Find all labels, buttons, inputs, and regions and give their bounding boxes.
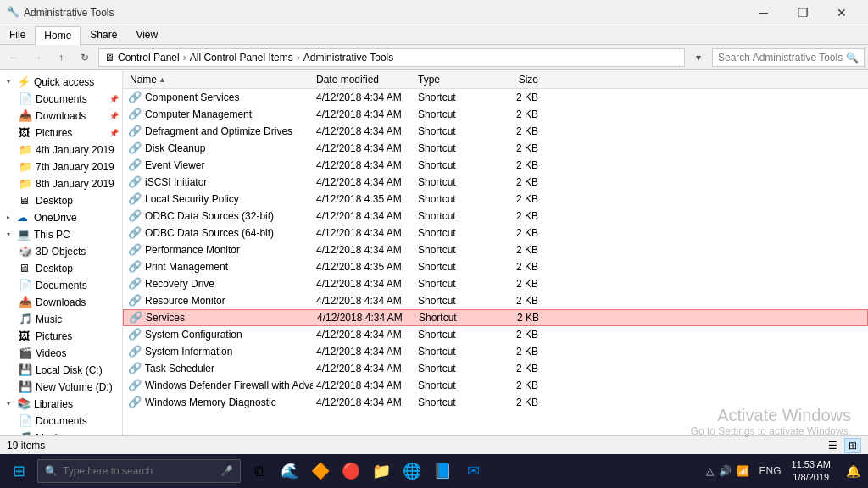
taskbar-search[interactable]: 🔍 🎤 xyxy=(37,459,241,483)
table-row[interactable]: 🔗 Local Security Policy 4/12/2018 4:35 A… xyxy=(123,191,868,208)
start-button[interactable]: ⊞ xyxy=(3,456,34,486)
tab-home[interactable]: Home xyxy=(35,26,81,45)
col-header-date[interactable]: Date modified xyxy=(313,74,415,86)
table-row[interactable]: 🔗 Event Viewer 4/12/2018 4:34 AM Shortcu… xyxy=(123,157,868,174)
sidebar-item-3d-objects[interactable]: 🎲 3D Objects xyxy=(0,243,122,260)
table-row[interactable]: 🔗 Windows Memory Diagnostic 4/12/2018 4:… xyxy=(123,394,868,411)
address-bar: ← → ↑ ↻ 🖥 Control Panel › All Control Pa… xyxy=(0,45,868,70)
table-row[interactable]: 🔗 Component Services 4/12/2018 4:34 AM S… xyxy=(123,89,868,106)
table-row[interactable]: 🔗 Defragment and Optimize Drives 4/12/20… xyxy=(123,123,868,140)
sidebar-item-downloads-qa[interactable]: 📥 Downloads 📌 xyxy=(0,108,122,125)
close-button[interactable]: ✕ xyxy=(822,0,861,25)
sidebar-item-music-lib[interactable]: 🎵 Music xyxy=(0,430,122,435)
word-btn[interactable]: 📘 xyxy=(427,456,458,486)
file-icon: 🔗 xyxy=(128,91,142,104)
up-button[interactable]: ↑ xyxy=(51,47,71,68)
expand-libraries[interactable]: ▾ xyxy=(7,400,15,408)
back-button[interactable]: ← xyxy=(3,47,24,68)
table-row[interactable]: 🔗 System Configuration 4/12/2018 4:34 AM… xyxy=(123,326,868,343)
clock[interactable]: 11:53 AM 1/8/2019 xyxy=(785,458,837,485)
lang-indicator[interactable]: ENG xyxy=(760,465,782,477)
file-date-cell: 4/12/2018 4:34 AM xyxy=(313,176,415,188)
col-header-type[interactable]: Type xyxy=(415,74,491,86)
expand-quick-access[interactable]: ▾ xyxy=(7,78,15,86)
file-size-cell: 2 KB xyxy=(491,142,542,154)
table-row[interactable]: 🔗 Recovery Drive 4/12/2018 4:34 AM Short… xyxy=(123,275,868,292)
maximize-button[interactable]: ❐ xyxy=(783,0,822,25)
sidebar-item-pictures-qa[interactable]: 🖼 Pictures 📌 xyxy=(0,125,122,141)
sidebar-item-7th-jan[interactable]: 📁 7th January 2019 xyxy=(0,158,122,175)
sidebar-item-videos[interactable]: 🎬 Videos xyxy=(0,345,122,362)
minimize-button[interactable]: ─ xyxy=(744,0,783,25)
sidebar-item-8th-jan[interactable]: 📁 8th January 2019 xyxy=(0,175,122,192)
table-row[interactable]: 🔗 Performance Monitor 4/12/2018 4:34 AM … xyxy=(123,241,868,258)
taskbar-search-input[interactable] xyxy=(63,465,217,477)
sidebar-item-documents-qa[interactable]: 📄 Documents 📌 xyxy=(0,91,122,108)
ribbon-tabs: File Home Share View xyxy=(0,25,868,44)
sidebar-item-quick-access[interactable]: ▾ ⚡ Quick access xyxy=(0,74,122,91)
file-name-cell: 🔗 Local Security Policy xyxy=(126,192,313,206)
tab-share[interactable]: Share xyxy=(81,25,126,44)
folder-btn[interactable]: 📁 xyxy=(366,456,397,486)
tab-view[interactable]: View xyxy=(126,25,167,44)
mail-btn[interactable]: ✉ xyxy=(458,456,488,486)
file-type-cell: Shortcut xyxy=(415,396,491,408)
sidebar-item-4th-jan[interactable]: 📁 4th January 2019 xyxy=(0,141,122,158)
network-icon[interactable]: 📶 xyxy=(737,465,749,477)
breadcrumb-dropdown[interactable]: ▾ xyxy=(688,47,709,68)
notification-button[interactable]: 🔔 xyxy=(841,456,865,486)
file-name-cell: 🔗 Event Viewer xyxy=(126,158,313,172)
file-size-cell: 2 KB xyxy=(491,108,542,120)
edge-btn[interactable]: 🌊 xyxy=(275,456,305,486)
breadcrumb[interactable]: 🖥 Control Panel › All Control Panel Item… xyxy=(98,48,685,67)
table-row[interactable]: 🔗 System Information 4/12/2018 4:34 AM S… xyxy=(123,343,868,360)
file-icon: 🔗 xyxy=(128,362,142,375)
file-size-cell: 2 KB xyxy=(491,244,542,256)
task-view-btn[interactable]: ⧉ xyxy=(244,456,275,486)
file-date-cell: 4/12/2018 4:34 AM xyxy=(313,278,415,290)
sidebar-item-new-volume[interactable]: 💾 New Volume (D:) xyxy=(0,379,122,396)
microphone-icon[interactable]: 🎤 xyxy=(220,465,233,477)
tab-file[interactable]: File xyxy=(0,25,35,44)
sidebar-item-documents-lib[interactable]: 📄 Documents xyxy=(0,413,122,430)
app-btn[interactable]: 🔴 xyxy=(336,456,366,486)
table-row[interactable]: 🔗 Computer Management 4/12/2018 4:34 AM … xyxy=(123,106,868,123)
vlc-btn[interactable]: 🔶 xyxy=(305,456,336,486)
sidebar-item-desktop-qa[interactable]: 🖥 Desktop xyxy=(0,192,122,209)
table-row[interactable]: 🔗 Resource Monitor 4/12/2018 4:34 AM Sho… xyxy=(123,292,868,309)
sidebar-item-libraries[interactable]: ▾ 📚 Libraries xyxy=(0,396,122,413)
expand-onedrive[interactable]: ▸ xyxy=(7,214,15,222)
sidebar-item-desktop-pc[interactable]: 🖥 Desktop xyxy=(0,260,122,277)
table-row[interactable]: 🔗 Windows Defender Firewall with Advanc.… xyxy=(123,377,868,394)
forward-button[interactable]: → xyxy=(27,47,47,68)
chrome-btn[interactable]: 🌐 xyxy=(397,456,427,486)
details-view-btn[interactable]: ☰ xyxy=(824,438,841,453)
large-icons-view-btn[interactable]: ⊞ xyxy=(844,438,861,453)
table-row[interactable]: 🔗 Disk Cleanup 4/12/2018 4:34 AM Shortcu… xyxy=(123,140,868,157)
file-icon: 🔗 xyxy=(128,192,142,206)
tray-arrow-icon[interactable]: △ xyxy=(706,465,714,477)
sidebar-item-downloads-pc[interactable]: 📥 Downloads xyxy=(0,294,122,311)
sidebar-item-local-disk[interactable]: 💾 Local Disk (C:) xyxy=(0,362,122,379)
table-row[interactable]: 🔗 Services 4/12/2018 4:34 AM Shortcut 2 … xyxy=(123,309,868,326)
search-box[interactable]: 🔍 xyxy=(712,48,865,67)
volume-icon[interactable]: 🔊 xyxy=(719,465,732,477)
file-size-cell: 2 KB xyxy=(491,380,542,391)
file-size-cell: 2 KB xyxy=(491,346,542,358)
table-row[interactable]: 🔗 ODBC Data Sources (64-bit) 4/12/2018 4… xyxy=(123,225,868,241)
table-row[interactable]: 🔗 Print Management 4/12/2018 4:35 AM Sho… xyxy=(123,258,868,275)
sidebar-item-documents-pc[interactable]: 📄 Documents xyxy=(0,277,122,294)
table-row[interactable]: 🔗 ODBC Data Sources (32-bit) 4/12/2018 4… xyxy=(123,208,868,225)
table-row[interactable]: 🔗 Task Scheduler 4/12/2018 4:34 AM Short… xyxy=(123,360,868,377)
sidebar-item-this-pc[interactable]: ▾ 💻 This PC xyxy=(0,226,122,243)
sidebar-item-pictures-pc[interactable]: 🖼 Pictures xyxy=(0,328,122,345)
sidebar-item-music[interactable]: 🎵 Music xyxy=(0,311,122,328)
search-icon[interactable]: 🔍 xyxy=(846,52,859,64)
col-header-name[interactable]: Name ▲ xyxy=(126,74,313,86)
refresh-button[interactable]: ↻ xyxy=(75,47,95,68)
expand-this-pc[interactable]: ▾ xyxy=(7,230,15,239)
table-row[interactable]: 🔗 iSCSI Initiator 4/12/2018 4:34 AM Shor… xyxy=(123,174,868,191)
col-header-size[interactable]: Size xyxy=(491,74,542,86)
sidebar-item-onedrive[interactable]: ▸ ☁ OneDrive xyxy=(0,209,122,226)
search-input[interactable] xyxy=(718,52,846,64)
